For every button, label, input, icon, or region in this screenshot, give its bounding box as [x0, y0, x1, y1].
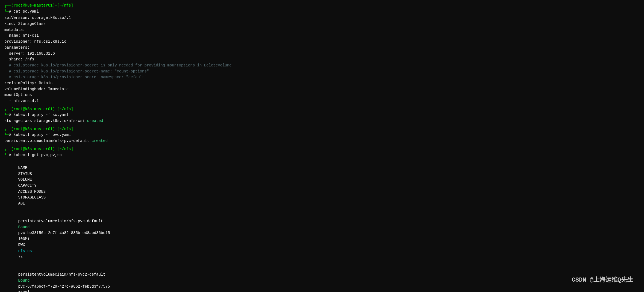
- yaml-line-8: share: /nfs: [4, 57, 640, 63]
- terminal-container: ┌──(root@k8s-master01)-[~/nfs] └─# cat s…: [4, 3, 640, 292]
- pvc-row-2: persistentvolumeclaim/nfs-pvc2-default B…: [4, 266, 640, 292]
- watermark: CSDN @上海运维Q先生: [572, 276, 633, 284]
- prompt-arrow-4: └─: [4, 153, 9, 157]
- prompt-user-2: (root@k8s-master01)-[~/nfs]: [11, 107, 73, 111]
- yaml-line-4: name: nfs-csi: [4, 33, 640, 39]
- prompt-bracket-2: ┌──: [4, 107, 11, 111]
- prompt-cmd-3: # kubectl apply -f pvc.yaml: [9, 133, 71, 137]
- prompt-bracket-4: ┌──: [4, 147, 11, 151]
- prompt-cmd-1: # cat sc.yaml: [9, 9, 39, 14]
- yaml-content: apiVersion: storage.k8s.io/v1 kind: Stor…: [4, 15, 640, 104]
- yaml-line-6: parameters:: [4, 45, 640, 51]
- prompt-arrow-1: └─: [4, 9, 9, 14]
- pvc-header-row: NAME STATUS VOLUME CAPACITY ACCESS MODES…: [4, 159, 640, 212]
- yaml-line-10: volumeBindingMode: Immediate: [4, 86, 640, 92]
- prompt-cmd-2: # kubectl apply -f sc.yaml: [9, 113, 69, 117]
- sc-apply-result: storageclass.storage.k8s.io/nfs-csi crea…: [4, 118, 640, 124]
- prompt-arrow-3: └─: [4, 133, 9, 137]
- yaml-line-11: mountOptions:: [4, 92, 640, 98]
- yaml-comment-3: # csi.storage.k8s.io/provisioner-secret-…: [4, 74, 640, 80]
- prompt-arrow-2: └─: [4, 113, 9, 117]
- yaml-line-5: provisioner: nfs.csi.k8s.io: [4, 39, 640, 45]
- pvc-row-1: persistentvolumeclaim/nfs-pvc-default Bo…: [4, 212, 640, 266]
- yaml-line-9: reclaimPolicy: Retain: [4, 80, 640, 86]
- prompt-bracket-1: ┌──: [4, 3, 11, 8]
- yaml-comment-2: # csi.storage.k8s.io/provisioner-secret-…: [4, 69, 640, 75]
- prompt-user-3: (root@k8s-master01)-[~/nfs]: [11, 127, 73, 131]
- yaml-line-12: - nfsvers=4.1: [4, 98, 640, 104]
- yaml-line-7: server: 192.168.31.6: [4, 51, 640, 57]
- prompt-user-4: (root@k8s-master01)-[~/nfs]: [11, 147, 73, 151]
- yaml-comment-1: # csi.storage.k8s.io/provisioner-secret …: [4, 63, 640, 69]
- pvc-table: NAME STATUS VOLUME CAPACITY ACCESS MODES…: [4, 159, 640, 292]
- yaml-line-2: kind: StorageClass: [4, 21, 640, 27]
- yaml-line-3: metadata:: [4, 27, 640, 33]
- pvc-apply-result: persistentvolumeclaim/nfs-pvc-default cr…: [4, 138, 640, 144]
- yaml-line-1: apiVersion: storage.k8s.io/v1: [4, 15, 640, 21]
- prompt-user-1: (root@k8s-master01)-[~/nfs]: [11, 3, 73, 8]
- prompt-bracket-3: ┌──: [4, 127, 11, 131]
- prompt-cmd-4: # kubectl get pvc,pv,sc: [9, 153, 62, 157]
